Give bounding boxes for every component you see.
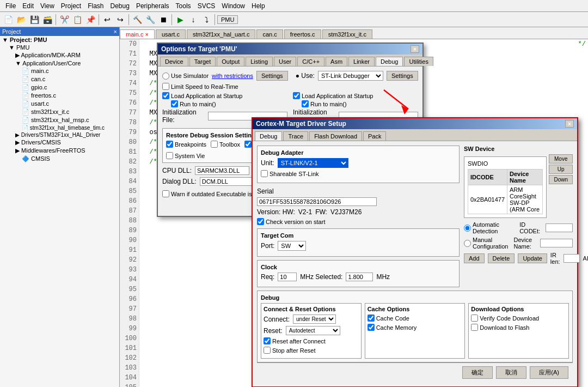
menu-debug[interactable]: Debug <box>107 1 133 11</box>
shareable-check[interactable]: Shareable ST-Link <box>261 170 319 177</box>
redo-btn[interactable]: ↪ <box>114 14 126 26</box>
options-dialog-close[interactable]: × <box>411 45 419 53</box>
cpu-dll-input[interactable] <box>195 166 249 175</box>
copy-btn[interactable]: 📋 <box>71 14 83 26</box>
options-tab-utilities[interactable]: Utilities <box>404 57 433 66</box>
manual-config-radio[interactable]: Manual Configuration <box>464 237 508 250</box>
menu-edit[interactable]: Edit <box>19 1 37 11</box>
open-btn[interactable]: 📂 <box>15 14 27 26</box>
sw-table-row[interactable]: 0x2BA01477 ARM CoreSight SW-DP (ARM Core <box>468 185 543 214</box>
save-btn[interactable]: 💾 <box>28 14 40 26</box>
down-btn[interactable]: Down <box>549 175 573 184</box>
tree-cmsis[interactable]: ▶ Drivers/CMSIS <box>0 138 119 147</box>
load-app-check2[interactable]: Load Application at Startup <box>293 92 418 99</box>
menu-project[interactable]: Project <box>58 1 84 11</box>
cancel-btn[interactable]: 取消 <box>496 366 526 379</box>
ir-len-input[interactable] <box>564 254 580 263</box>
tab-can-c[interactable]: can.c <box>256 29 283 39</box>
tree-mdk-arm[interactable]: ▶ Application/MDK-ARM <box>0 51 119 59</box>
cortex-tab-flash[interactable]: Flash Download <box>309 131 362 141</box>
menu-tools[interactable]: Tools <box>173 1 194 11</box>
tree-stm32f1xx-it[interactable]: 📄 stm32f1xx_it.c <box>0 108 119 116</box>
settings-btn2[interactable]: Settings <box>387 71 418 81</box>
confirm-btn[interactable]: 确定 <box>462 366 493 379</box>
cortex-tab-debug[interactable]: Debug <box>255 131 282 141</box>
serial-input[interactable] <box>257 197 377 206</box>
stop-btn[interactable]: ⏹ <box>157 14 169 26</box>
menu-view[interactable]: View <box>37 1 58 11</box>
download-flash-check[interactable]: Download to Flash <box>471 324 529 331</box>
cache-code-check[interactable]: Cache Code <box>367 315 409 322</box>
menu-svcs[interactable]: SVCS <box>194 1 219 11</box>
tree-project[interactable]: ▼ Project: PMU <box>0 36 119 44</box>
tree-gpio-c[interactable]: 📄 gpio.c <box>0 83 119 92</box>
tab-main-c[interactable]: main.c × <box>120 29 155 39</box>
apply-btn[interactable]: 应用(A) <box>530 366 568 379</box>
verify-code-check[interactable]: Verify Code Download <box>471 315 539 322</box>
reset-select[interactable]: Autodetect SYSRESETREQ <box>286 326 340 335</box>
tree-cmsis-item[interactable]: 🔷 CMSIS <box>0 155 119 163</box>
breakpoints-check[interactable]: Breakpoints <box>166 141 206 148</box>
tree-hal-msp[interactable]: 📄 stm32f1xx_hal_msp.c <box>0 116 119 124</box>
tree-hal-driver[interactable]: ▶ Drivers/STM32F1xx_HAL_Driver <box>0 131 119 138</box>
sidebar-close-btn[interactable]: × <box>114 28 117 35</box>
options-tab-output[interactable]: Output <box>217 57 244 66</box>
options-tab-user[interactable]: User <box>274 57 296 66</box>
req-input[interactable] <box>278 273 297 281</box>
save-all-btn[interactable]: 🗃️ <box>41 14 53 26</box>
run-main-check2[interactable]: Run to main() <box>302 100 418 107</box>
load-app-check1[interactable]: Load Application at Startup <box>162 92 287 99</box>
rebuild-btn[interactable]: 🔧 <box>144 14 156 26</box>
options-tab-device[interactable]: Device <box>160 57 188 66</box>
update-btn[interactable]: Update <box>518 253 547 263</box>
stop-after-reset-check[interactable]: Stop after Reset <box>264 347 316 354</box>
tab-hal-uart[interactable]: stm32f1xx_hal_uart.c <box>187 29 256 39</box>
check-version-check[interactable]: Check version on start <box>257 218 325 225</box>
options-tab-listing[interactable]: Listing <box>246 57 273 66</box>
options-tab-cpp[interactable]: C/C++ <box>297 57 324 66</box>
options-tab-linker[interactable]: Linker <box>348 57 375 66</box>
options-tab-target[interactable]: Target <box>189 57 216 66</box>
settings-btn1[interactable]: Settings <box>256 71 288 81</box>
add-btn[interactable]: Add <box>464 253 485 263</box>
menu-peripherals[interactable]: Peripherals <box>133 1 173 11</box>
options-tab-debug[interactable]: Debug <box>376 57 403 66</box>
run-main-check1[interactable]: Run to main() <box>171 100 287 107</box>
limit-speed-check[interactable]: Limit Speed to Real-Time <box>162 83 238 90</box>
toolbox-check[interactable]: Toolbox <box>211 141 240 148</box>
tree-can-c[interactable]: 📄 can.c <box>0 75 119 83</box>
tree-hal-timebase[interactable]: 📄 stm32f1xx_hal_timebase_tim.c <box>0 124 119 131</box>
system-view-check[interactable]: System Vie <box>166 152 205 159</box>
id-codes-input[interactable] <box>546 223 573 232</box>
tree-freertos-c[interactable]: 📄 freertos.c <box>0 92 119 100</box>
tree-user-core[interactable]: ▼ Application/User/Core <box>0 59 119 67</box>
cortex-tab-pack[interactable]: Pack <box>363 131 386 141</box>
use-simulator-radio[interactable]: Use Simulator <box>162 72 209 80</box>
undo-btn[interactable]: ↩ <box>101 14 113 26</box>
cut-btn[interactable]: ✂️ <box>58 14 70 26</box>
selected-input[interactable] <box>346 273 373 281</box>
menu-flash[interactable]: Flash <box>84 1 107 11</box>
debug-btn[interactable]: ▶ <box>174 14 186 26</box>
debugger-select[interactable]: ST-Link Debugger <box>318 71 383 81</box>
device-name-input[interactable] <box>540 239 573 247</box>
unit-select[interactable]: ST-LINK/V2-1 <box>278 158 348 168</box>
build-btn[interactable]: 🔨 <box>131 14 143 26</box>
tab-usart-c[interactable]: usart.c <box>156 29 186 39</box>
connect-select[interactable]: under Reset Normal <box>293 315 336 324</box>
tree-usart-c[interactable]: 📄 usart.c <box>0 100 119 108</box>
port-select[interactable]: SW JTAG <box>278 241 306 251</box>
dialog-dll-input[interactable] <box>200 177 254 186</box>
tab-stm32-it[interactable]: stm32f1xx_it.c <box>322 29 372 39</box>
menu-file[interactable]: File <box>2 1 19 11</box>
menu-help[interactable]: Help <box>248 1 268 11</box>
cortex-dialog[interactable]: Cortex-M Target Driver Setup × Debug Tra… <box>252 117 578 387</box>
tree-freertos[interactable]: ▶ Middlewares/FreeRTOS <box>0 147 119 155</box>
paste-btn[interactable]: 📌 <box>84 14 96 26</box>
with-restrictions-link[interactable]: with restrictions <box>212 72 253 79</box>
move-btn[interactable]: Move <box>549 154 573 164</box>
cortex-dialog-close[interactable]: × <box>565 120 574 128</box>
new-file-btn[interactable]: 📄 <box>2 14 14 26</box>
menu-window[interactable]: Window <box>218 1 248 11</box>
delete-btn[interactable]: Delete <box>488 253 515 263</box>
